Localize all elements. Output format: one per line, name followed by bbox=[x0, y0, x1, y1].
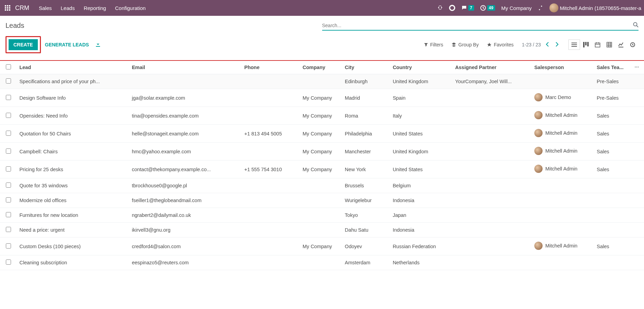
search-box[interactable] bbox=[322, 21, 639, 31]
cell-city: Brussels bbox=[342, 178, 390, 193]
table-row[interactable]: Custom Desks (100 pieces)credford4@salon… bbox=[0, 238, 644, 255]
cell-city: Edinburgh bbox=[342, 74, 390, 89]
table-row[interactable]: Quote for 35 windowstbrockhouse0@google.… bbox=[0, 178, 644, 193]
user-menu[interactable]: Mitchell Admin (18570655-master-a bbox=[549, 3, 641, 12]
svg-point-31 bbox=[638, 66, 639, 67]
table-row[interactable]: Quotation for 50 Chairshelle@stonageit.e… bbox=[0, 125, 644, 143]
pager-prev[interactable] bbox=[544, 41, 550, 48]
search-icon[interactable] bbox=[633, 22, 638, 29]
view-graph[interactable] bbox=[615, 40, 627, 50]
col-company[interactable]: Company bbox=[300, 61, 342, 74]
col-email[interactable]: Email bbox=[129, 61, 241, 74]
col-salesperson[interactable]: Salesperson bbox=[532, 61, 594, 74]
cell-country: United Kingdom bbox=[390, 74, 452, 89]
cell-phone bbox=[241, 107, 300, 125]
view-calendar[interactable] bbox=[592, 40, 603, 50]
row-checkbox[interactable] bbox=[6, 212, 11, 217]
avatar-icon bbox=[534, 93, 543, 101]
menu-sales[interactable]: Sales bbox=[39, 5, 52, 11]
create-button[interactable]: CREATE bbox=[9, 39, 38, 50]
col-partner[interactable]: Assigned Partner bbox=[452, 61, 532, 74]
row-checkbox[interactable] bbox=[6, 197, 11, 202]
view-list[interactable] bbox=[568, 40, 580, 50]
salesperson-name: Mitchell Admin bbox=[545, 112, 577, 118]
cell-partner bbox=[452, 143, 532, 161]
top-menu: Sales Leads Reporting Configuration bbox=[39, 5, 146, 11]
table-row[interactable]: Campbell: Chairshmc@yahoo.example.comMy … bbox=[0, 143, 644, 161]
row-checkbox[interactable] bbox=[6, 131, 11, 136]
optional-columns-icon[interactable] bbox=[634, 65, 639, 70]
table-row[interactable]: Design Software Infojga@solar.example.co… bbox=[0, 89, 644, 107]
topbar: CRM Sales Leads Reporting Configuration … bbox=[0, 0, 644, 16]
col-country[interactable]: Country bbox=[390, 61, 452, 74]
table-row[interactable]: Opensides: Need Infotina@opensides.examp… bbox=[0, 107, 644, 125]
cell-company bbox=[300, 193, 342, 208]
table-row[interactable]: Furnitures for new locationngrabert2@dai… bbox=[0, 208, 644, 223]
discuss-icon[interactable]: 7 bbox=[461, 5, 474, 11]
search-input[interactable] bbox=[322, 23, 631, 28]
menu-reporting[interactable]: Reporting bbox=[84, 5, 106, 11]
cell-salesperson: Mitchell Admin bbox=[532, 125, 594, 143]
cell-lead: Modernize old offices bbox=[17, 193, 129, 208]
cell-country: Italy bbox=[390, 107, 452, 125]
favorites-button[interactable]: Favorites bbox=[487, 42, 514, 47]
svg-rect-7 bbox=[7, 9, 8, 11]
menu-leads[interactable]: Leads bbox=[61, 5, 75, 11]
select-all-checkbox[interactable] bbox=[6, 64, 11, 69]
col-salesteam[interactable]: Sales Tea... bbox=[594, 61, 632, 74]
row-checkbox[interactable] bbox=[6, 243, 11, 249]
groupby-button[interactable]: Group By bbox=[451, 42, 479, 47]
filters-button[interactable]: Filters bbox=[424, 42, 443, 47]
salesperson-name: Mitchell Admin bbox=[545, 166, 577, 172]
row-checkbox[interactable] bbox=[6, 227, 11, 232]
row-checkbox[interactable] bbox=[6, 113, 11, 118]
table-row[interactable]: Need a price: urgentikirvell3@gnu.orgDah… bbox=[0, 223, 644, 238]
cell-company: My Company bbox=[300, 161, 342, 178]
cell-partner bbox=[452, 89, 532, 107]
table-row[interactable]: Pricing for 25 deskscontact@thekompany.e… bbox=[0, 161, 644, 178]
tools-icon[interactable] bbox=[538, 5, 543, 11]
cell-email: eespinazo5@reuters.com bbox=[129, 255, 241, 270]
cell-company bbox=[300, 223, 342, 238]
row-checkbox[interactable] bbox=[6, 148, 11, 154]
avatar-icon bbox=[549, 3, 558, 12]
app-brand[interactable]: CRM bbox=[15, 4, 29, 12]
row-checkbox[interactable] bbox=[6, 95, 11, 100]
cell-salesteam bbox=[594, 178, 632, 193]
cell-email bbox=[129, 74, 241, 89]
col-city[interactable]: City bbox=[342, 61, 390, 74]
pager-value[interactable]: 1-23 / 23 bbox=[522, 42, 541, 47]
pager-next[interactable] bbox=[554, 41, 560, 48]
breadcrumb: Leads bbox=[6, 22, 24, 30]
menu-configuration[interactable]: Configuration bbox=[115, 5, 145, 11]
view-kanban[interactable] bbox=[580, 40, 592, 50]
groupby-label: Group By bbox=[458, 42, 479, 47]
support-icon[interactable] bbox=[449, 5, 455, 11]
col-phone[interactable]: Phone bbox=[241, 61, 300, 74]
activities-icon[interactable]: 49 bbox=[480, 5, 495, 11]
cell-email: tbrockhouse0@google.pl bbox=[129, 178, 241, 193]
generate-leads-button[interactable]: GENERATE LEADS bbox=[45, 42, 89, 47]
apps-icon[interactable] bbox=[3, 3, 12, 13]
table-row[interactable]: Cleaning subscriptioneespinazo5@reuters.… bbox=[0, 255, 644, 270]
favorites-label: Favorites bbox=[494, 42, 514, 47]
row-checkbox[interactable] bbox=[6, 78, 11, 84]
import-icon[interactable] bbox=[95, 42, 101, 48]
svg-rect-6 bbox=[5, 9, 6, 11]
debug-icon[interactable] bbox=[437, 5, 443, 11]
table-row[interactable]: Specifications and price of your ph...Ed… bbox=[0, 74, 644, 89]
company-switcher[interactable]: My Company bbox=[501, 5, 532, 11]
cell-salesteam: Sales bbox=[594, 161, 632, 178]
row-checkbox[interactable] bbox=[6, 166, 11, 172]
row-checkbox[interactable] bbox=[6, 183, 11, 188]
cell-company bbox=[300, 208, 342, 223]
salesperson-name: Marc Demo bbox=[545, 95, 571, 100]
view-pivot[interactable] bbox=[603, 40, 615, 50]
table-row[interactable]: Modernize old officesfseiller1@theglobea… bbox=[0, 193, 644, 208]
col-lead[interactable]: Lead bbox=[17, 61, 129, 74]
view-activity[interactable] bbox=[627, 40, 638, 50]
row-checkbox[interactable] bbox=[6, 260, 11, 265]
svg-rect-12 bbox=[571, 43, 577, 43]
avatar-icon bbox=[534, 129, 543, 137]
cell-lead: Quote for 35 windows bbox=[17, 178, 129, 193]
